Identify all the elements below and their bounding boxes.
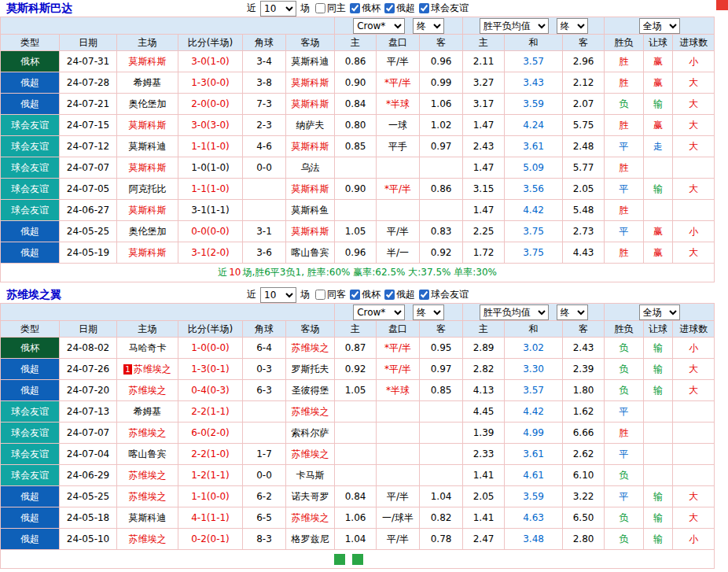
corner-cell bbox=[243, 401, 286, 423]
date-cell: 24-07-28 bbox=[60, 72, 117, 94]
match-row: 俄杯24-08-02马哈奇卡1-0(0-0)6-4苏维埃之0.87*平/半0.9… bbox=[1, 338, 715, 359]
euro-draw-odds: 3.56 bbox=[505, 179, 563, 200]
home-team-cell: 奥伦堡加 bbox=[117, 221, 178, 242]
odds-company-select[interactable]: Crow* bbox=[353, 18, 405, 34]
euro-home-odds: 1.39 bbox=[463, 423, 505, 444]
corner-cell: 6-2 bbox=[243, 486, 286, 507]
home-team-cell: 莫斯科斯 bbox=[117, 242, 178, 264]
asian-home-odds bbox=[335, 423, 377, 444]
same-venue-filter[interactable]: 同主 bbox=[315, 2, 346, 15]
euro-away-odds: 1.80 bbox=[563, 380, 605, 401]
col-cover: 让球 bbox=[644, 35, 673, 51]
euro-home-odds: 1.41 bbox=[463, 465, 505, 486]
europe-average-select[interactable]: 胜平负均值 bbox=[480, 18, 549, 34]
europe-time-select[interactable]: 终 bbox=[557, 304, 588, 320]
odds-time-select[interactable]: 终 bbox=[413, 304, 444, 320]
odds-time-select[interactable]: 终 bbox=[413, 18, 444, 34]
odds-company-select[interactable]: Crow* bbox=[353, 304, 405, 320]
europe-time-select[interactable]: 终 bbox=[557, 18, 588, 34]
asian-line-cell: 一球 bbox=[377, 115, 420, 136]
league-filter-cup[interactable]: 俄杯 bbox=[350, 2, 381, 15]
league-filter-super[interactable]: 俄超 bbox=[384, 288, 415, 301]
asian-odds-header-group: Crow* 终 bbox=[335, 17, 463, 35]
corner-cell: 0-3 bbox=[243, 359, 286, 380]
match-row: 球会友谊24-07-13希姆基2-2(1-1)苏维埃之4.454.421.62平 bbox=[1, 401, 715, 423]
asian-home-odds: 0.92 bbox=[335, 359, 377, 380]
asian-away-odds bbox=[420, 401, 463, 423]
same-venue-checkbox[interactable] bbox=[315, 290, 325, 300]
match-count-select[interactable]: 10 bbox=[260, 1, 296, 17]
cover-cell: 赢 bbox=[644, 72, 673, 94]
cover-cell bbox=[644, 200, 673, 221]
league-label-super: 俄超 bbox=[396, 288, 415, 301]
asian-home-odds: 0.90 bbox=[335, 72, 377, 94]
asian-home-odds bbox=[335, 157, 377, 179]
asian-line-cell: *半球 bbox=[377, 380, 420, 401]
scope-select[interactable]: 全场 bbox=[639, 18, 680, 34]
league-checkbox-super[interactable] bbox=[384, 290, 395, 300]
euro-draw-odds: 3.59 bbox=[505, 486, 563, 507]
asian-away-odds: 0.99 bbox=[420, 72, 463, 94]
matches-label: 场 bbox=[300, 288, 310, 301]
euro-home-odds: 3.15 bbox=[463, 179, 505, 200]
back-to-top-button[interactable] bbox=[716, 0, 728, 10]
euro-draw-odds: 3.57 bbox=[505, 51, 563, 72]
result-cell: 负 bbox=[605, 529, 644, 550]
empty-header-cell bbox=[1, 17, 335, 35]
match-count-select[interactable]: 10 bbox=[260, 287, 296, 303]
league-filter-super[interactable]: 俄超 bbox=[384, 2, 415, 15]
result-cell: 平 bbox=[605, 486, 644, 507]
league-checkbox-friendly[interactable] bbox=[419, 290, 429, 300]
euro-draw-odds: 3.30 bbox=[505, 359, 563, 380]
result-cell: 负 bbox=[605, 359, 644, 380]
result-cell: 平 bbox=[605, 221, 644, 242]
col-result: 胜负 bbox=[605, 35, 644, 51]
same-venue-filter[interactable]: 同客 bbox=[315, 288, 346, 301]
date-cell: 24-05-18 bbox=[60, 507, 117, 529]
league-checkbox-cup[interactable] bbox=[350, 290, 360, 300]
home-team-cell: 1苏维埃之 bbox=[117, 359, 178, 380]
col-result: 胜负 bbox=[605, 321, 644, 338]
date-cell: 24-06-29 bbox=[60, 465, 117, 486]
col-euro-away: 客 bbox=[563, 35, 605, 51]
asian-home-odds: 0.90 bbox=[335, 179, 377, 200]
cover-cell bbox=[644, 444, 673, 465]
score-cell: 6-0(2-0) bbox=[178, 423, 243, 444]
home-team-cell: 莫斯科斯 bbox=[117, 200, 178, 221]
home-team-cell: 莫斯科迪 bbox=[117, 136, 178, 157]
dropdown-header-row: Crow* 终 胜平负均值 终 全场 bbox=[1, 17, 715, 35]
date-cell: 24-05-10 bbox=[60, 529, 117, 550]
cover-cell: 赢 bbox=[644, 51, 673, 72]
league-filter-friendly[interactable]: 球会友谊 bbox=[419, 2, 469, 15]
euro-draw-odds: 3.75 bbox=[505, 221, 563, 242]
league-checkbox-super[interactable] bbox=[384, 3, 395, 13]
asian-home-odds: 0.84 bbox=[335, 94, 377, 115]
league-checkbox-cup[interactable] bbox=[350, 3, 360, 13]
asian-home-odds: 1.06 bbox=[335, 507, 377, 529]
league-filter-cup[interactable]: 俄杯 bbox=[350, 288, 381, 301]
euro-away-odds: 2.05 bbox=[563, 179, 605, 200]
corner-cell: 3-6 bbox=[243, 242, 286, 264]
away-team-cell: 苏维埃之 bbox=[286, 507, 335, 529]
cover-cell: 输 bbox=[644, 338, 673, 359]
result-cell: 负 bbox=[605, 507, 644, 529]
home-team-cell: 苏维埃之 bbox=[117, 529, 178, 550]
asian-line-cell: 平/半 bbox=[377, 221, 420, 242]
cover-cell: 赢 bbox=[644, 115, 673, 136]
goals-cell: 大 bbox=[673, 380, 715, 401]
same-venue-checkbox[interactable] bbox=[315, 3, 325, 13]
asian-away-odds: 0.92 bbox=[420, 242, 463, 264]
away-team-cell: 莫斯科斯 bbox=[286, 72, 335, 94]
match-type-badge: 俄杯 bbox=[1, 338, 60, 359]
date-cell: 24-08-02 bbox=[60, 338, 117, 359]
europe-average-select[interactable]: 胜平负均值 bbox=[480, 304, 549, 320]
home-team-cell: 马哈奇卡 bbox=[117, 338, 178, 359]
asian-home-odds: 1.05 bbox=[335, 221, 377, 242]
scope-header-group: 全场 bbox=[605, 304, 715, 321]
league-checkbox-friendly[interactable] bbox=[419, 3, 429, 13]
asian-away-odds bbox=[420, 157, 463, 179]
summary-segment: 近 bbox=[218, 267, 227, 278]
scope-select[interactable]: 全场 bbox=[639, 304, 680, 320]
col-type: 类型 bbox=[1, 35, 60, 51]
league-filter-friendly[interactable]: 球会友谊 bbox=[419, 288, 469, 301]
